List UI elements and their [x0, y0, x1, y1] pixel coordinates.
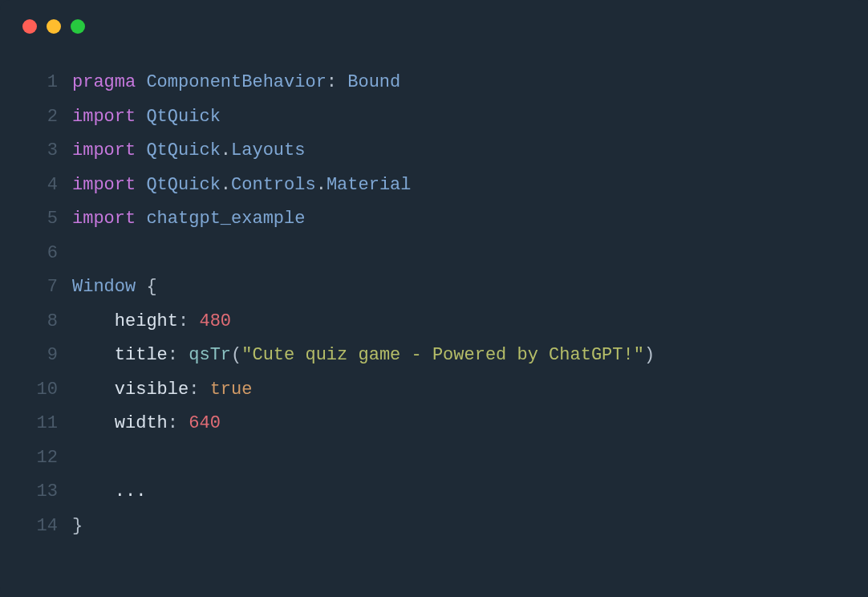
code-token: ComponentBehavior	[146, 72, 326, 92]
code-content[interactable]: import QtQuick.Layouts	[72, 134, 846, 169]
code-token: ...	[72, 481, 146, 502]
code-line[interactable]: 1pragma ComponentBehavior: Bound	[22, 66, 846, 100]
code-token: :	[189, 380, 209, 400]
code-token: Bound	[347, 72, 400, 92]
code-token: chatgpt_example	[146, 209, 305, 229]
code-token: height	[115, 311, 178, 331]
code-line[interactable]: 7Window {	[22, 270, 846, 305]
code-token: :	[168, 345, 189, 365]
line-number: 5	[22, 202, 58, 237]
code-line[interactable]: 14}	[22, 510, 846, 544]
code-token: Controls	[231, 175, 316, 195]
code-token: :	[168, 413, 189, 433]
code-content[interactable]: import QtQuick	[72, 100, 846, 135]
code-token: Window	[72, 277, 146, 297]
minimize-icon[interactable]	[47, 19, 61, 34]
line-number: 13	[22, 475, 58, 510]
code-token: import	[72, 175, 146, 195]
code-token: :	[178, 311, 199, 331]
code-token: :	[327, 72, 347, 92]
code-token: Layouts	[231, 140, 305, 160]
code-line[interactable]: 10 visible: true	[22, 373, 846, 408]
code-line[interactable]: 4import QtQuick.Controls.Material	[22, 169, 846, 203]
code-line[interactable]: 6	[22, 237, 846, 271]
line-number: 8	[22, 305, 58, 339]
code-token: QtQuick	[146, 140, 220, 160]
code-token: width	[115, 413, 168, 433]
code-content[interactable]: }	[72, 510, 846, 544]
code-line[interactable]: 13 ...	[22, 475, 846, 510]
code-token: )	[644, 345, 655, 365]
close-icon[interactable]	[22, 19, 37, 34]
code-token: .	[221, 175, 231, 195]
code-token: visible	[115, 380, 189, 400]
code-token: }	[72, 516, 83, 536]
code-content[interactable]: Window {	[72, 270, 846, 305]
code-window: 1pragma ComponentBehavior: Bound2import …	[0, 0, 868, 597]
line-number: 2	[22, 100, 58, 135]
line-number: 7	[22, 270, 58, 305]
line-number: 10	[22, 373, 58, 408]
code-content[interactable]: import chatgpt_example	[72, 202, 846, 237]
code-token: .	[316, 175, 327, 195]
line-number: 9	[22, 339, 58, 373]
code-token: 640	[189, 413, 221, 433]
code-token: import	[72, 107, 146, 127]
code-token: true	[210, 380, 253, 400]
code-token	[72, 345, 115, 365]
line-number: 12	[22, 441, 58, 476]
code-content[interactable]: title: qsTr("Cute quiz game - Powered by…	[72, 339, 846, 373]
code-token: import	[72, 209, 146, 229]
code-token: pragma	[72, 72, 146, 92]
code-content[interactable]: import QtQuick.Controls.Material	[72, 169, 846, 203]
line-number: 14	[22, 510, 58, 544]
code-line[interactable]: 2import QtQuick	[22, 100, 846, 135]
line-number: 6	[22, 237, 58, 271]
code-line[interactable]: 5import chatgpt_example	[22, 202, 846, 237]
code-token: QtQuick	[146, 175, 220, 195]
code-token: {	[146, 277, 156, 297]
code-content[interactable]: visible: true	[72, 373, 846, 408]
line-number: 1	[22, 66, 58, 100]
code-line[interactable]: 9 title: qsTr("Cute quiz game - Powered …	[22, 339, 846, 373]
line-number: 11	[22, 407, 58, 441]
line-number: 4	[22, 169, 58, 203]
code-content[interactable]: ...	[72, 475, 846, 510]
code-content[interactable]: height: 480	[72, 305, 846, 339]
code-token	[72, 311, 115, 331]
code-token: (	[231, 345, 241, 365]
code-line[interactable]: 12	[22, 441, 846, 476]
code-line[interactable]: 11 width: 640	[22, 407, 846, 441]
line-number: 3	[22, 134, 58, 169]
code-token: title	[115, 345, 168, 365]
code-token: .	[221, 140, 231, 160]
code-token: 480	[199, 311, 231, 331]
code-token: import	[72, 140, 146, 160]
code-token	[72, 380, 115, 400]
code-line[interactable]: 8 height: 480	[22, 305, 846, 339]
code-token: qsTr	[189, 345, 231, 365]
code-editor[interactable]: 1pragma ComponentBehavior: Bound2import …	[0, 66, 868, 543]
code-content[interactable]: width: 640	[72, 407, 846, 441]
code-token: "Cute quiz game - Powered by ChatGPT!"	[241, 345, 644, 365]
code-token	[72, 413, 115, 433]
code-content[interactable]: pragma ComponentBehavior: Bound	[72, 66, 846, 100]
code-token: QtQuick	[146, 107, 220, 127]
traffic-lights	[0, 19, 868, 66]
maximize-icon[interactable]	[71, 19, 85, 34]
code-line[interactable]: 3import QtQuick.Layouts	[22, 134, 846, 169]
code-token: Material	[327, 175, 412, 195]
